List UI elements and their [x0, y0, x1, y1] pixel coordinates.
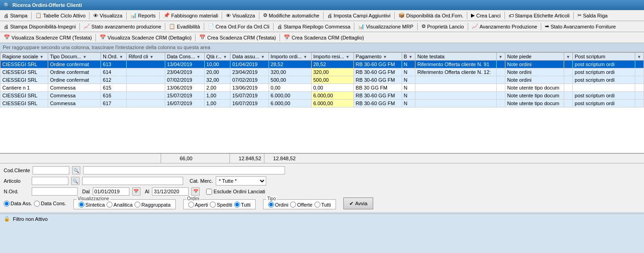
col-header-tipo[interactable]: Tipo Docum... ▼	[48, 53, 101, 61]
col-header-datac[interactable]: Data Cons... ▼	[165, 53, 204, 61]
al-input[interactable]	[152, 187, 189, 196]
avvia-button[interactable]: ✔ Avvia	[343, 197, 374, 209]
btn-visualizza1[interactable]: 👁 Visualizza	[91, 12, 124, 19]
aperti-radio[interactable]	[188, 202, 194, 208]
title-bar: 🔍 Ricerca Ordini-Offerte Clienti	[0, 0, 644, 10]
data-ass-radio-label[interactable]: Data Ass.	[4, 201, 32, 207]
sep-5	[222, 12, 222, 19]
sep-8	[394, 12, 395, 19]
btn-stampa-riep[interactable]: 🖨 Stampa Riepilogo Commessa	[275, 23, 353, 30]
sintetica-radio[interactable]	[78, 202, 84, 208]
spediti-radio[interactable]	[210, 202, 216, 208]
tipo-offerte-label[interactable]: Offerte	[290, 202, 312, 208]
col-header-impresi[interactable]: Importo resi... ▼	[311, 53, 353, 61]
table-row[interactable]: CIESSEGI SRLOrdine confermat61207/02/201…	[0, 76, 644, 84]
table-row[interactable]: CIESSEGI SRLCommessa61716/07/20191,0016/…	[0, 100, 644, 107]
sep-t2-5	[354, 23, 354, 30]
table-body: CIESSEGI SRLOrdine confermat61313/04/201…	[0, 61, 644, 107]
btn-imposta[interactable]: 🖨 Imposta Campi Aggiuntivi	[325, 12, 392, 19]
tipo-offerte-radio[interactable]	[290, 202, 296, 208]
tipo-tutti-radio[interactable]	[314, 202, 320, 208]
btn-reports[interactable]: 📊 Reports	[129, 12, 158, 19]
tipo-ordini-label[interactable]: Ordini	[268, 202, 288, 208]
catmerc-select[interactable]: * Tutte *	[216, 176, 266, 186]
codcliente-search-btn[interactable]: 🔍	[72, 166, 80, 174]
btn-stampa[interactable]: 🖨 Stampa	[2, 12, 29, 19]
btn-evadibilita[interactable]: 📋 Evadibilità	[167, 23, 202, 30]
esclude-checkbox[interactable]	[206, 189, 212, 195]
articolo-search-btn[interactable]: 🔍	[71, 177, 79, 185]
col-header-ragione[interactable]: Ragione sociale ▼	[0, 53, 48, 61]
table-row[interactable]: Cantiere n 1Commessa61513/06/20192,0013/…	[0, 84, 644, 92]
col-header-posts[interactable]: Post scriptum	[573, 53, 635, 61]
spediti-label[interactable]: Spediti	[210, 202, 232, 208]
btn-salda-riga[interactable]: ✂ Salda Riga	[576, 12, 610, 19]
btn-crea-ord[interactable]: 📄 Crea Ord.For da Ord.Cli	[206, 23, 271, 30]
btn-crea-lanci[interactable]: ▶ Crea Lanci	[469, 12, 502, 19]
analitica-label[interactable]: Analitica	[106, 202, 133, 208]
tutti-ord-label[interactable]: Tutti	[234, 202, 251, 208]
data-table-container[interactable]: Ragione sociale ▼ Tipo Docum... ▼ N.Ord.…	[0, 52, 644, 153]
col-header-impord[interactable]: Importo ordi... ▼	[269, 53, 311, 61]
col-header-riford[interactable]: Riford cli ▼	[126, 53, 165, 61]
btn-stampa-etich[interactable]: 🏷 Stampa Etichette Articoli	[507, 12, 571, 19]
viz-radios: Sintetica Analitica Raggruppata	[78, 202, 170, 208]
col-header-notep[interactable]: Note piede	[505, 53, 564, 61]
data-cons-radio-label[interactable]: Data Cons.	[34, 201, 66, 207]
data-cons-radio[interactable]	[34, 201, 40, 207]
col-header-nord[interactable]: N.Ord. ▼	[101, 53, 127, 61]
col-header-notet[interactable]: Note testata	[415, 53, 497, 61]
col-header-filt-posts[interactable]: ▼	[635, 53, 644, 61]
btn-stampa-disp[interactable]: 🖨 Stampa Disponibilità-Impegni	[2, 23, 78, 30]
btn-crea-scad-crm-t[interactable]: 📅 Crea Scadenza CRM (Testata)	[197, 34, 278, 41]
esclude-label[interactable]: Esclude Ordini Lanciati	[206, 189, 265, 195]
tipo-tutti-label[interactable]: Tutti	[314, 202, 331, 208]
nord-input[interactable]	[32, 187, 78, 196]
table-row[interactable]: CIESSEGI SRLCommessa61615/07/20191,0015/…	[0, 92, 644, 100]
filter-area: Cod.Cliente 🔍 Articolo 🔍 Cat. Merc. * Tu…	[0, 163, 644, 213]
btn-viz-scad-crm-d[interactable]: 📅 Visualizza Scadenze CRM (Dettaglio)	[98, 34, 193, 41]
codcliente-input[interactable]	[33, 166, 69, 174]
btn-visualizza2[interactable]: 👁 Visualizza	[224, 12, 257, 19]
articolo-input[interactable]	[32, 177, 68, 185]
col-header-filt-notep[interactable]: ▼	[564, 53, 573, 61]
al-calendar-btn[interactable]: 📅	[191, 187, 200, 196]
sep-t2-7	[468, 23, 468, 30]
btn-prop-lancio[interactable]: ⚙ Proprietà Lancio	[420, 23, 466, 30]
crmcd-icon: 📅	[284, 34, 290, 40]
col-header-b[interactable]: B ▼	[402, 53, 415, 61]
aperti-label[interactable]: Aperti	[188, 202, 208, 208]
sep-7	[323, 12, 324, 19]
col-header-dataa[interactable]: Data assu... ▼	[230, 53, 269, 61]
table-row[interactable]: CIESSEGI SRLOrdine confermat61313/04/201…	[0, 61, 644, 68]
dal-input[interactable]	[93, 187, 129, 196]
btn-stato-avanz[interactable]: 📈 Stato avanzamento produzione	[82, 23, 163, 30]
table-row[interactable]: CIESSEGI SRLOrdine confermat61423/04/201…	[0, 68, 644, 76]
col-header-filt-notet[interactable]: ▼	[497, 53, 505, 61]
col-header-qta[interactable]: Qtà r... ▼	[204, 53, 230, 61]
raggruppata-radio[interactable]	[134, 202, 140, 208]
btn-modifiche[interactable]: ⚙ Modifiche automatiche	[261, 12, 321, 19]
codcliente-desc-input[interactable]	[83, 166, 285, 174]
btn-viz-scad-crm-t[interactable]: 📅 Visualizza Scadenze CRM (Testata)	[2, 34, 94, 41]
raggruppata-label[interactable]: Raggruppata	[134, 202, 171, 208]
dal-calendar-btn[interactable]: 📅	[132, 187, 140, 196]
btn-tabelle-ciclo[interactable]: 📋 Tabelle Ciclo Attivo	[34, 12, 87, 19]
articolo-desc-input[interactable]	[82, 177, 183, 185]
btn-fabbisogno[interactable]: 📌 Fabbisogno materiali	[162, 12, 220, 19]
sintetica-label[interactable]: Sintetica	[78, 202, 105, 208]
btn-stato-forn[interactable]: ➡ Stato Avanzamento Forniture	[543, 23, 617, 30]
toolbar-2: 🖨 Stampa Disponibilità-Impegni 📈 Stato a…	[0, 21, 644, 32]
tutti-ord-radio[interactable]	[234, 202, 240, 208]
btn-avanz-prod[interactable]: 📈 Avanzamento Produzione	[470, 23, 539, 30]
btn-disponibilita[interactable]: 📦 Disponibilità da Ord.Forn.	[397, 12, 465, 19]
data-ass-radio[interactable]	[4, 201, 10, 207]
sep-t3-3	[280, 34, 280, 41]
btn-viz-mrp[interactable]: 📊 Visualizzazione MRP	[356, 23, 415, 30]
col-header-pag[interactable]: Pagamento ▼	[353, 53, 402, 61]
tipo-ordini-radio[interactable]	[268, 202, 274, 208]
sep-10	[504, 12, 505, 19]
window-title: Ricerca Ordini-Offerte Clienti	[12, 2, 82, 8]
analitica-radio[interactable]	[106, 202, 112, 208]
btn-crea-scad-crm-d[interactable]: 📅 Crea Scadenza CRM (Dettaglio)	[282, 34, 366, 41]
